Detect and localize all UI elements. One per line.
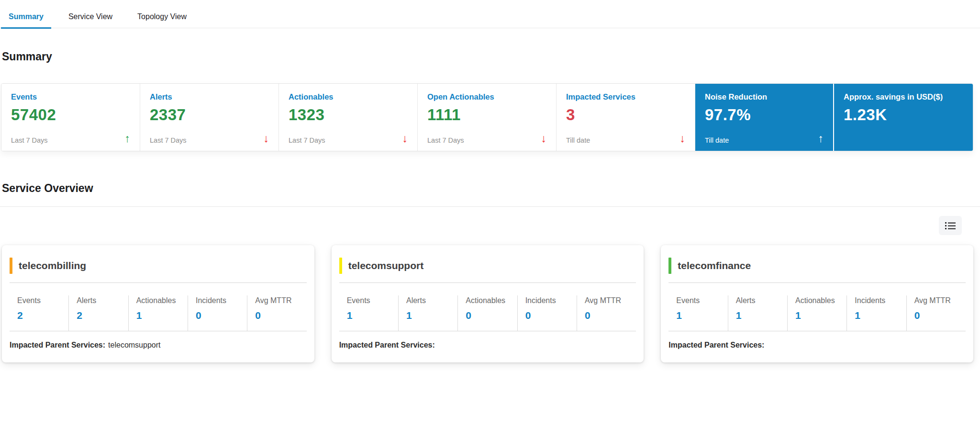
kpi-period: Last 7 Days bbox=[11, 136, 48, 144]
stat-actionables: Actionables 1 bbox=[128, 295, 188, 331]
kpi-title: Actionables bbox=[289, 92, 408, 102]
kpi-value: 1111 bbox=[427, 106, 546, 124]
kpi-value: 57402 bbox=[11, 106, 130, 124]
trend-down-icon: ↓ bbox=[402, 133, 408, 144]
stat-label: Events bbox=[347, 296, 395, 305]
stat-avg-mttr: Avg MTTR 0 bbox=[247, 295, 306, 331]
kpi-period: Till date bbox=[566, 136, 590, 144]
stat-alerts: Alerts 1 bbox=[728, 295, 787, 331]
kpi-card-actionables: Actionables 1323 Last 7 Days ↓ bbox=[279, 84, 418, 151]
kpi-period: Till date bbox=[705, 136, 729, 144]
stat-events: Events 1 bbox=[339, 295, 398, 331]
stat-label: Events bbox=[17, 296, 66, 305]
stat-value: 1 bbox=[406, 310, 455, 321]
trend-up-icon: ↑ bbox=[818, 133, 824, 144]
service-accent-bar bbox=[339, 258, 342, 274]
stat-label: Avg MTTR bbox=[914, 296, 963, 305]
kpi-value: 1323 bbox=[289, 106, 408, 124]
stat-label: Actionables bbox=[136, 296, 185, 305]
stat-value: 2 bbox=[17, 310, 66, 321]
kpi-card-impacted-services: Impacted Services 3 Till date ↓ bbox=[557, 84, 695, 151]
stat-label: Incidents bbox=[196, 296, 244, 305]
stat-value: 0 bbox=[525, 310, 574, 321]
stat-alerts: Alerts 2 bbox=[68, 295, 128, 331]
stat-label: Alerts bbox=[406, 296, 455, 305]
kpi-title: Noise Reduction bbox=[705, 92, 824, 102]
stat-value: 0 bbox=[255, 310, 303, 321]
kpi-value: 3 bbox=[566, 106, 685, 124]
kpi-value: 1.23K bbox=[844, 106, 963, 124]
kpi-summary-row: Events 57402 Last 7 Days ↑ Alerts 2337 L… bbox=[1, 83, 973, 151]
stat-label: Actionables bbox=[795, 296, 844, 305]
kpi-card-events: Events 57402 Last 7 Days ↑ bbox=[1, 84, 140, 151]
tab-service-view[interactable]: Service View bbox=[61, 7, 120, 29]
stat-avg-mttr: Avg MTTR 0 bbox=[906, 295, 966, 331]
kpi-card-noise-reduction: Noise Reduction 97.7% Till date ↑ bbox=[695, 84, 834, 151]
stat-incidents: Incidents 0 bbox=[188, 295, 247, 331]
kpi-value: 2337 bbox=[150, 106, 269, 124]
stat-value: 1 bbox=[795, 310, 844, 321]
stat-avg-mttr: Avg MTTR 0 bbox=[577, 295, 636, 331]
stat-label: Avg MTTR bbox=[255, 296, 303, 305]
kpi-value: 97.7% bbox=[705, 106, 824, 124]
kpi-period: Last 7 Days bbox=[427, 136, 464, 144]
stat-actionables: Actionables 1 bbox=[787, 295, 846, 331]
trend-down-icon: ↓ bbox=[541, 133, 547, 144]
stat-value: 0 bbox=[196, 310, 244, 321]
service-card-telecombilling[interactable]: telecombilling Events 2 Alerts 2 Actiona… bbox=[2, 245, 314, 362]
view-tabs: Summary Service View Topology View bbox=[0, 0, 980, 28]
stat-value: 2 bbox=[77, 310, 125, 321]
service-title: telecomfinance bbox=[678, 260, 751, 271]
stat-actionables: Actionables 0 bbox=[457, 295, 517, 331]
list-bullets-icon bbox=[945, 221, 956, 230]
stat-value: 0 bbox=[466, 310, 514, 321]
kpi-title: Open Actionables bbox=[427, 92, 546, 102]
main-content: Summary Events 57402 Last 7 Days ↑ Alert… bbox=[0, 50, 980, 362]
service-title: telecombilling bbox=[19, 260, 86, 271]
trend-down-icon: ↓ bbox=[264, 133, 269, 144]
stat-label: Avg MTTR bbox=[585, 296, 633, 305]
stat-label: Incidents bbox=[525, 296, 574, 305]
stat-label: Actionables bbox=[466, 296, 514, 305]
stat-value: 1 bbox=[736, 310, 784, 321]
impacted-parent-services-value: telecomsupport bbox=[108, 341, 160, 349]
kpi-title: Impacted Services bbox=[566, 92, 685, 102]
service-card-telecomsupport[interactable]: telecomsupport Events 1 Alerts 1 Actiona… bbox=[332, 245, 644, 362]
service-accent-bar bbox=[668, 258, 671, 274]
stat-label: Alerts bbox=[736, 296, 784, 305]
stat-label: Alerts bbox=[77, 296, 125, 305]
kpi-card-approx-savings: Approx. savings in USD($) 1.23K bbox=[834, 84, 973, 151]
stat-events: Events 1 bbox=[668, 295, 727, 331]
kpi-card-alerts: Alerts 2337 Last 7 Days ↓ bbox=[140, 84, 279, 151]
stat-value: 1 bbox=[136, 310, 185, 321]
impacted-parent-services-label: Impacted Parent Services: bbox=[339, 341, 435, 349]
service-title: telecomsupport bbox=[348, 260, 424, 271]
summary-heading: Summary bbox=[2, 50, 973, 63]
impacted-parent-services-label: Impacted Parent Services: bbox=[668, 341, 764, 349]
stat-value: 1 bbox=[676, 310, 724, 321]
kpi-title: Events bbox=[11, 92, 130, 102]
stat-value: 1 bbox=[347, 310, 395, 321]
stat-alerts: Alerts 1 bbox=[398, 295, 457, 331]
stat-incidents: Incidents 0 bbox=[517, 295, 577, 331]
service-accent-bar bbox=[10, 258, 12, 274]
service-cards-grid: telecombilling Events 2 Alerts 2 Actiona… bbox=[1, 245, 973, 362]
kpi-title: Alerts bbox=[150, 92, 269, 102]
stat-incidents: Incidents 1 bbox=[846, 295, 906, 331]
tab-summary[interactable]: Summary bbox=[1, 7, 51, 29]
service-overview-toolbar bbox=[1, 207, 973, 235]
stat-value: 0 bbox=[914, 310, 963, 321]
trend-down-icon: ↓ bbox=[680, 133, 686, 144]
tab-topology-view[interactable]: Topology View bbox=[130, 7, 194, 29]
kpi-period: Last 7 Days bbox=[289, 136, 325, 144]
list-view-button[interactable] bbox=[939, 216, 962, 235]
stat-value: 0 bbox=[585, 310, 633, 321]
kpi-card-open-actionables: Open Actionables 1111 Last 7 Days ↓ bbox=[418, 84, 557, 151]
service-card-telecomfinance[interactable]: telecomfinance Events 1 Alerts 1 Actiona… bbox=[661, 245, 973, 362]
stat-label: Incidents bbox=[855, 296, 903, 305]
stat-events: Events 2 bbox=[10, 295, 68, 331]
stat-value: 1 bbox=[855, 310, 903, 321]
service-overview-heading: Service Overview bbox=[2, 182, 973, 195]
stat-label: Events bbox=[676, 296, 724, 305]
trend-up-icon: ↑ bbox=[125, 133, 131, 144]
